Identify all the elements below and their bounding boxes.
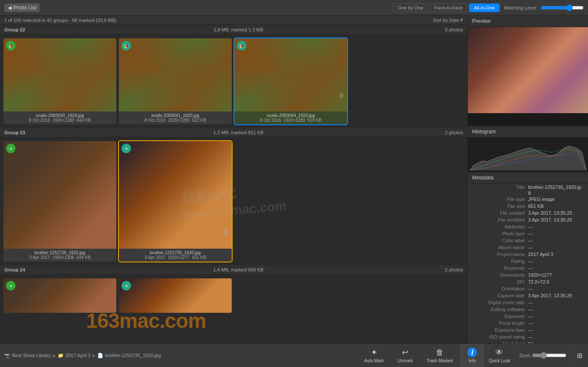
meta-row-filesize: File size651 KB — [468, 203, 588, 210]
preview-section — [468, 27, 588, 126]
photo-meta: 8 Oct 2016 1920×1280 644 KB — [6, 118, 114, 123]
bottom-bar: 📷 Best Shots Library ▶ 📁 2017 April 3 ▶ … — [0, 343, 588, 367]
grid-view-button[interactable]: ⊞ — [571, 344, 588, 367]
histogram-svg — [470, 139, 586, 170]
group-22-info: 1,8 MB, marked 1,3 MB — [32, 27, 445, 32]
photo-cell[interactable]: ★ — [3, 278, 116, 313]
matching-level-slider[interactable] — [541, 4, 584, 11]
photo-meta: 3 Apr 2017 1920×1277 651 KB — [121, 255, 229, 260]
zoom-control: Zoom — [514, 344, 571, 367]
photo-cell-selected[interactable]: 🐌 🗑 snails-2083044_1920.jpg 8 Oct 2016 1… — [234, 38, 347, 124]
group-22-header: Group 22 1,8 MB, marked 1,3 MB 3 photos — [0, 25, 467, 35]
meta-row-iso: ISO speed rating--- — [468, 333, 588, 340]
group-23-section: Group 23 1,3 MB, marked 651 KB 2 photos … — [0, 128, 467, 265]
trash-marked-button[interactable]: 🗑 Trash Marked — [420, 346, 460, 365]
photo-meta: 3 Apr 2017 1920×1308 644 KB — [6, 255, 114, 260]
metadata-label: Metadata — [468, 172, 588, 184]
info-button[interactable]: i Info — [460, 344, 484, 367]
photo-cell-marked[interactable]: ★ 🗑 brother-1252735_1920.jpg 3 Apr 2017 … — [119, 141, 232, 262]
photo-filename: snails-2083040_1920.jpg — [6, 113, 114, 118]
back-icon: ◀ — [8, 5, 12, 11]
photo-badge: ★ — [6, 144, 16, 153]
photo-image — [3, 141, 116, 249]
meta-row-dimensions: Dimensions1920×1277 — [468, 271, 588, 278]
sort-arrow-icon: ▾ — [460, 17, 463, 23]
meta-row-dpi: DPI72.0×72.0 — [468, 278, 588, 285]
photo-list[interactable]: 1 of 100 selected in 42 groups - 58 mark… — [0, 15, 467, 343]
meta-row-exposure: Exposure--- — [468, 313, 588, 320]
meta-row-projectname: Project name2017 April 3 — [468, 251, 588, 258]
photo-badge: ★ — [121, 281, 131, 290]
photo-info: brother-1252736_1920.jpg 3 Apr 2017 1920… — [3, 249, 116, 262]
matching-level-control: Matching Level: — [504, 4, 584, 11]
info-icon: i — [467, 348, 477, 357]
meta-row-phototype: Photo type--- — [468, 230, 588, 237]
app-title: Photo List — [13, 5, 36, 11]
photo-filename: brother-1252735_1920.jpg — [121, 250, 229, 255]
view-all-in-one[interactable]: All-in-One — [469, 3, 500, 12]
photo-image — [119, 278, 232, 313]
photo-badge: 🐌 — [121, 41, 131, 50]
auto-mark-button[interactable]: ✦ Auto Mark — [358, 346, 391, 365]
breadcrumb-file-icon: 📄 — [97, 353, 103, 358]
breadcrumb-folder: 2017 April 3 — [65, 353, 90, 358]
photo-image — [3, 38, 116, 111]
group-22-section: Group 22 1,8 MB, marked 1,3 MB 3 photos … — [0, 25, 467, 128]
group-22-count: 3 photos — [445, 27, 463, 32]
group-23-grid: ★ brother-1252736_1920.jpg 3 Apr 2017 19… — [0, 138, 467, 265]
view-one-by-one[interactable]: One by One — [393, 3, 428, 12]
preview-label: Preview — [468, 15, 588, 27]
meta-row-flash: Flash firedNo — [468, 340, 588, 343]
meta-row-modified: File modified3 Apr 2017, 13:35:25 — [468, 216, 588, 223]
group-24-section: Group 24 1,4 MB, marked 668 KB 2 photos … — [0, 265, 467, 316]
status-bar: 1 of 100 selected in 42 groups - 58 mark… — [0, 15, 467, 25]
photo-cell[interactable]: ★ — [119, 278, 232, 313]
photo-info: brother-1252735_1920.jpg 3 Apr 2017 1920… — [119, 249, 232, 262]
group-24-header: Group 24 1,4 MB, marked 668 KB 2 photos — [0, 265, 467, 275]
meta-row-title: Titlebrother-1252735_1920.jpg — [468, 184, 588, 196]
meta-row-keywords: Keywords--- — [468, 265, 588, 271]
meta-row-digitalzoom: Digital zoom ratio--- — [468, 299, 588, 306]
auto-mark-label: Auto Mark — [364, 358, 384, 363]
main-content: 1 of 100 selected in 42 groups - 58 mark… — [0, 15, 588, 343]
photo-cell[interactable]: ★ brother-1252736_1920.jpg 3 Apr 2017 19… — [3, 141, 116, 262]
meta-row-rating: Rating--- — [468, 258, 588, 265]
group-23-grid-wrap: 我爱MACwww.52mac.com ★ brother-1252736_192… — [0, 138, 467, 265]
grid-icon: ⊞ — [577, 352, 582, 360]
photo-cell[interactable]: 🐌 snails-2083041_1920.jpg 8 Oct 2016 192… — [119, 38, 232, 124]
photo-info: snails-2083041_1920.jpg 8 Oct 2016 1920×… — [119, 111, 232, 124]
matching-level-label: Matching Level: — [504, 5, 537, 10]
meta-row-exposurebias: Exposure bias--- — [468, 327, 588, 333]
quicklook-icon: 👁 — [495, 348, 503, 357]
breadcrumb-library-icon: 📷 — [4, 353, 10, 358]
bottom-tools: ✦ Auto Mark ↩ Unmark 🗑 Trash Marked — [358, 346, 460, 365]
breadcrumb: 📷 Best Shots Library ▶ 📁 2017 April 3 ▶ … — [0, 353, 358, 358]
trash-icon: 🗑 — [339, 92, 345, 99]
histogram-chart — [468, 138, 588, 172]
right-panel: Preview Histogram — [467, 15, 588, 343]
group-23-info: 1,3 MB, marked 651 KB — [32, 130, 445, 135]
unmark-button[interactable]: ↩ Unmark — [391, 346, 420, 365]
photo-image: 🗑 — [234, 38, 347, 111]
group-24-name: Group 24 — [4, 267, 25, 272]
zoom-slider[interactable] — [532, 352, 566, 359]
group-22-name: Group 22 — [4, 27, 25, 32]
preview-image — [468, 27, 588, 113]
back-button[interactable]: ◀ Photo List — [4, 3, 40, 12]
meta-row-editingsoftware: Editing software--- — [468, 306, 588, 313]
photo-filename: brother-1252736_1920.jpg — [6, 250, 114, 255]
photo-cell[interactable]: 🐌 snails-2083040_1920.jpg 8 Oct 2016 192… — [3, 38, 116, 124]
group-22-grid: 🐌 snails-2083040_1920.jpg 8 Oct 2016 192… — [0, 35, 467, 128]
view-face-to-face[interactable]: Face-to-Face — [430, 3, 467, 12]
top-bar: ◀ Photo List One by One Face-to-Face All… — [0, 0, 588, 15]
group-23-header: Group 23 1,3 MB, marked 651 KB 2 photos — [0, 128, 467, 138]
sort-button[interactable]: Sort by Date ▾ — [433, 17, 463, 23]
group-23-name: Group 23 — [4, 130, 25, 135]
unmark-label: Unmark — [398, 358, 413, 363]
photo-info: snails-2083044_1920.jpg 8 Oct 2016 1920×… — [234, 111, 347, 124]
quick-look-button[interactable]: 👁 Quick Look — [484, 344, 514, 367]
metadata-section: Metadata Titlebrother-1252735_1920.jpg F… — [468, 172, 588, 343]
meta-row-capturedate: Capture date3 Apr 2017, 13:35:25 — [468, 292, 588, 299]
meta-row-colorlabel: Color label--- — [468, 237, 588, 244]
zoom-label: Zoom — [519, 353, 530, 358]
